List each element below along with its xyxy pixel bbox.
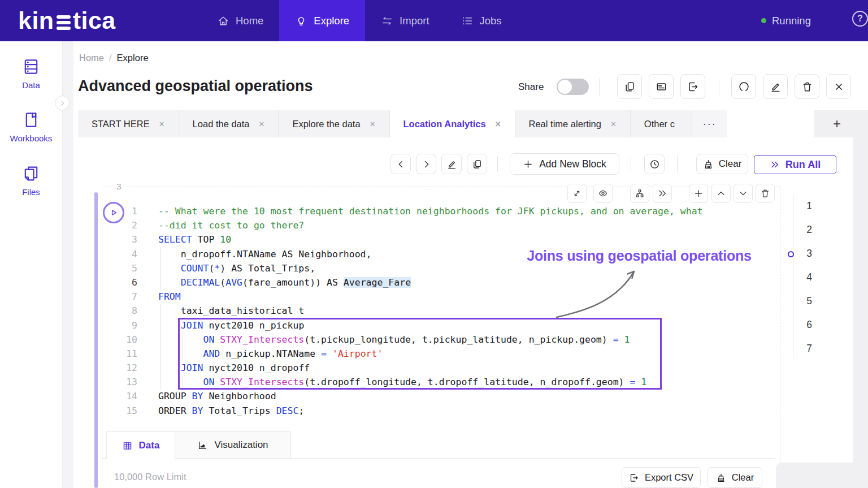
tab-visualization[interactable]: Visualization [175,431,291,459]
line-number: 6 [102,275,137,290]
code-token: FROM [158,291,181,302]
export-workbook-button[interactable] [680,74,705,99]
prev-sheet-button[interactable] [390,154,411,174]
tab-label: START HERE [92,119,150,129]
clear-sheet-button[interactable]: Clear [696,154,748,174]
code-token: Neighborhood [203,391,276,401]
code-token: --did it cost to go there? [158,220,304,231]
eye-icon [598,188,608,198]
worksheet-tab-real-time-alerting[interactable]: Real time alerting✕ [515,110,631,137]
sidebar-item-workbooks[interactable]: Workbooks [0,110,62,143]
run-block-button[interactable] [653,184,672,203]
block-nav-item-6[interactable]: 6 [798,319,821,331]
code-token: * [214,263,220,274]
code-line-7[interactable]: 7FROM [102,290,774,304]
code-token [158,362,181,373]
move-block-up-button[interactable] [711,184,731,203]
block-indicator-bar [94,192,98,488]
help-icon[interactable]: ? [852,11,868,27]
worksheet-tab-other-c[interactable]: Other c [631,110,692,137]
logo-e-glyph [57,15,71,30]
code-text: n_dropoff.NTAName AS Neighborhood, [158,247,372,261]
nav-item-home[interactable]: Home [201,0,279,41]
refresh-icon [738,81,750,93]
code-token: BY [192,405,203,416]
run-all-button[interactable]: Run All [754,155,836,174]
jobs-icon [461,15,474,27]
block-nav-item-3[interactable]: 3 [798,248,821,260]
close-tab-icon[interactable]: ✕ [259,120,265,128]
toggle-knob [558,80,572,94]
clear-results-button[interactable]: Clear [708,467,762,488]
close-tab-icon[interactable]: ✕ [495,120,501,128]
block-nav-item-2[interactable]: 2 [798,224,821,236]
code-line-6[interactable]: 6 DECIMAL(AVG(fare_amount)) AS Average_F… [102,275,774,290]
block-number-label: 3 [111,182,127,192]
close-tab-icon[interactable]: ✕ [370,120,376,128]
delete-workbook-button[interactable] [795,74,819,99]
edit-sheet-button[interactable] [441,154,462,174]
close-tab-icon[interactable]: ✕ [159,120,165,128]
clear-label: Clear [719,158,742,170]
add-block-below-button[interactable] [689,184,708,203]
block-nav-item-1[interactable]: 1 [798,200,821,212]
worksheet-tab-location-analytics[interactable]: Location Analytics✕ [390,110,515,137]
duplicate-workbook-button[interactable] [617,74,642,99]
sidebar-item-data[interactable]: Data [0,57,62,90]
close-workbook-button[interactable] [826,74,851,99]
worksheet-tab-load-the-data[interactable]: Load the data✕ [179,110,279,137]
data-tab-label: Data [139,440,160,451]
top-nav: kin tica HomeExploreImportJobs Running ? [0,0,868,41]
nav-item-explore[interactable]: Explore [279,0,365,41]
kinetica-logo[interactable]: kin tica [18,0,116,41]
home-icon [217,15,229,27]
nav-item-label: Home [236,15,263,27]
worksheet-tab-explore-the-data[interactable]: Explore the data✕ [279,110,389,137]
copy-sheet-button[interactable] [467,154,487,174]
code-token: ) AS Total_Trips, [220,263,315,274]
close-tab-icon[interactable]: ✕ [610,120,617,128]
trash-icon [801,81,813,93]
block-nav-item-7[interactable]: 7 [798,343,821,355]
code-line-2[interactable]: 2--did it cost to go there? [102,218,774,232]
expand-icon [572,188,582,198]
nav-item-import[interactable]: Import [365,0,445,41]
export-csv-button[interactable]: Export CSV [622,467,701,488]
tab-overflow-button[interactable]: ··· [692,110,727,137]
edit-workbook-button[interactable] [763,74,788,99]
expand-block-button[interactable] [567,184,587,203]
workbook-title: Advanced geospatial operations [78,77,313,95]
add-worksheet-button[interactable]: + [827,114,847,134]
code-line-15[interactable]: 15ORDER BY Total_Trips DESC; [102,404,774,418]
code-token: DECIMAL [181,277,220,288]
block-nav-item-4[interactable]: 4 [798,271,821,283]
code-line-1[interactable]: 1-- What were the 10 most frequent desti… [102,204,774,218]
block-nav-item-5[interactable]: 5 [798,295,821,307]
sidebar-expand-button[interactable] [55,96,70,110]
history-button[interactable] [644,154,665,174]
delete-block-button[interactable] [756,184,775,203]
refresh-workbook-button[interactable] [731,74,756,99]
sidebar-item-files[interactable]: Files [0,164,62,197]
code-line-14[interactable]: 14GROUP BY Neighborhood [102,389,774,403]
next-sheet-button[interactable] [416,154,436,174]
breadcrumb-home[interactable]: Home [79,53,104,63]
move-block-down-button[interactable] [734,184,753,203]
code-token: Total_Trips [203,405,276,416]
nav-item-jobs[interactable]: Jobs [445,0,518,41]
worksheet-tab-start-here[interactable]: START HERE✕ [78,110,179,137]
tab-data[interactable]: Data [106,431,175,459]
line-number: 8 [102,304,137,318]
workbook-details-button[interactable] [649,74,674,99]
add-new-block-button[interactable]: Add New Block [510,153,619,175]
explain-plan-button[interactable] [630,184,649,203]
sidebar-item-label: Data [22,80,40,90]
code-line-3[interactable]: 3SELECT TOP 10 [102,232,774,247]
right-margin [853,137,868,488]
preview-block-button[interactable] [593,184,613,203]
code-line-8[interactable]: 8 taxi_data_historical t [102,304,774,318]
share-toggle[interactable] [557,79,589,95]
double-chevron-right-icon [657,188,667,198]
bottom-right-margin [776,463,868,488]
code-token: ; [298,405,304,416]
